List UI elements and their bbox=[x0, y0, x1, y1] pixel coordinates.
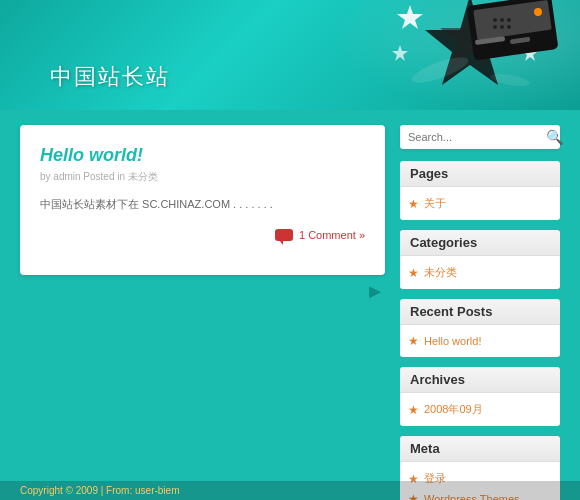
next-arrow-icon[interactable]: ► bbox=[365, 280, 385, 303]
star-icon: ★ bbox=[408, 197, 419, 211]
search-box[interactable]: 🔍 bbox=[400, 125, 560, 149]
widget-recent-posts-body: ★ Hello world! bbox=[400, 325, 560, 357]
widget-archives-title: Archives bbox=[400, 367, 560, 393]
widget-pages: Pages ★ 关于 bbox=[400, 161, 560, 220]
widget-archives: Archives ★ 2008年09月 bbox=[400, 367, 560, 426]
svg-marker-2 bbox=[397, 5, 423, 29]
list-item[interactable]: ★ 未分类 bbox=[408, 262, 552, 283]
widget-categories: Categories ★ 未分类 bbox=[400, 230, 560, 289]
post-excerpt: 中国站长站素材下在 SC.CHINAZ.COM . . . . . . . bbox=[40, 196, 365, 214]
content-footer: ► bbox=[20, 275, 385, 303]
widget-recent-posts-title: Recent Posts bbox=[400, 299, 560, 325]
site-title: 中国站长站 bbox=[50, 62, 170, 92]
main-container: Hello world! by admin Posted in 未分类 中国站长… bbox=[0, 110, 580, 500]
post-card: Hello world! by admin Posted in 未分类 中国站长… bbox=[20, 125, 385, 275]
archives-item-label: 2008年09月 bbox=[424, 402, 483, 417]
site-footer: Copyright © 2009 | From: user-biem bbox=[0, 481, 580, 500]
svg-marker-4 bbox=[392, 45, 408, 61]
widget-pages-title: Pages bbox=[400, 161, 560, 187]
search-icon[interactable]: 🔍 bbox=[546, 129, 563, 145]
widget-categories-title: Categories bbox=[400, 230, 560, 256]
list-item[interactable]: ★ Hello world! bbox=[408, 331, 552, 351]
comment-bubble-icon bbox=[275, 229, 293, 241]
post-meta: by admin Posted in 未分类 bbox=[40, 170, 365, 184]
post-title[interactable]: Hello world! bbox=[40, 145, 365, 166]
search-input[interactable] bbox=[408, 131, 546, 143]
star-icon: ★ bbox=[408, 334, 419, 348]
star-icon: ★ bbox=[408, 266, 419, 280]
categories-item-label: 未分类 bbox=[424, 265, 457, 280]
widget-meta-title: Meta bbox=[400, 436, 560, 462]
widget-recent-posts: Recent Posts ★ Hello world! bbox=[400, 299, 560, 357]
sidebar: 🔍 Pages ★ 关于 Categories ★ 未分类 bbox=[400, 125, 560, 500]
list-item[interactable]: ★ 2008年09月 bbox=[408, 399, 552, 420]
widget-categories-body: ★ 未分类 bbox=[400, 256, 560, 289]
pages-item-label: 关于 bbox=[424, 196, 446, 211]
star-icon: ★ bbox=[408, 403, 419, 417]
svg-point-17 bbox=[489, 72, 530, 89]
header-starburst bbox=[380, 0, 560, 100]
post-footer: 1 Comment » bbox=[40, 229, 365, 241]
widget-archives-body: ★ 2008年09月 bbox=[400, 393, 560, 426]
recent-posts-item-label: Hello world! bbox=[424, 335, 481, 347]
comment-link[interactable]: 1 Comment » bbox=[299, 229, 365, 241]
footer-copyright: Copyright © 2009 | From: user-biem bbox=[20, 485, 179, 496]
content-area: Hello world! by admin Posted in 未分类 中国站长… bbox=[20, 125, 385, 500]
site-header: 中国站长站 bbox=[0, 0, 580, 110]
list-item[interactable]: ★ 关于 bbox=[408, 193, 552, 214]
widget-pages-body: ★ 关于 bbox=[400, 187, 560, 220]
